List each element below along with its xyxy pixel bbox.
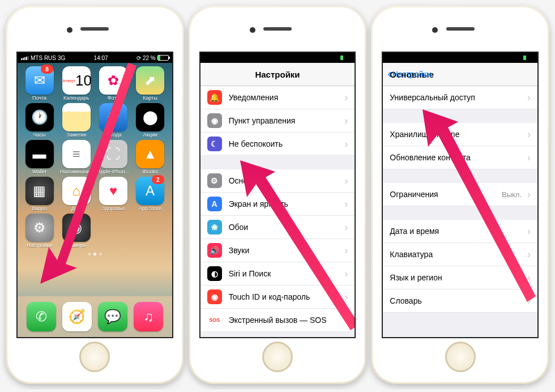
row-icon: 🔊 xyxy=(207,243,222,258)
row-icon: 🔔 xyxy=(207,90,222,105)
nav-bar: Настройки xyxy=(200,63,355,86)
row-Touch ID и код-пароль[interactable]: ◉Touch ID и код-пароль xyxy=(200,286,355,309)
app-Почта[interactable]: ✉8Почта xyxy=(23,66,56,101)
row-Универсальный доступ[interactable]: Универсальный доступ xyxy=(383,86,537,109)
app-Камера[interactable]: ◉Камера xyxy=(60,214,92,248)
home-button[interactable] xyxy=(262,342,293,372)
dock-Сообщения[interactable]: 💬 xyxy=(98,302,127,331)
app-Здоровье[interactable]: ♥Здоровье xyxy=(97,177,130,211)
row-Хранилище iPhone[interactable]: Хранилище iPhone xyxy=(383,123,537,146)
row-Язык и регион[interactable]: Язык и регион xyxy=(383,266,537,289)
row-icon: ☾ xyxy=(207,137,222,151)
app-Погода[interactable]: ☀Погода xyxy=(97,103,130,138)
clock: 14:07 xyxy=(94,55,108,61)
page-title: Настройки xyxy=(255,70,300,79)
row-icon: ❀ xyxy=(207,220,222,235)
row-icon: ◐ xyxy=(207,266,222,281)
app-Видео[interactable]: ▦Видео xyxy=(23,177,56,211)
app-Акции[interactable]: ⬤Акции xyxy=(134,103,166,138)
battery-pct: 22 % xyxy=(143,55,156,61)
carrier: MTS RUS xyxy=(31,55,56,61)
row-Дата и время[interactable]: Дата и время xyxy=(383,220,537,243)
row-Обои[interactable]: ❀Обои xyxy=(200,216,355,239)
app-Фото[interactable]: ✿Фото xyxy=(97,66,130,101)
row-Обновление контента[interactable]: Обновление контента xyxy=(383,146,537,169)
row-Уведомления[interactable]: 🔔Уведомления xyxy=(200,86,355,109)
row-Не беспокоить[interactable]: ☾Не беспокоить xyxy=(200,133,355,156)
row-icon: ⚙ xyxy=(207,173,222,188)
row-Пункт управления[interactable]: ◉Пункт управления xyxy=(200,109,355,133)
row-icon: SOS xyxy=(207,313,222,327)
app-Apple-iPhon...[interactable]: ⛶Apple-iPhon... xyxy=(97,140,130,174)
app-Заметки[interactable]: Заметки xyxy=(60,103,92,138)
row-icon: ◉ xyxy=(207,113,222,128)
app-App Store[interactable]: A2App Store xyxy=(134,177,166,211)
badge: 8 xyxy=(41,65,53,74)
row-Звуки[interactable]: 🔊Звуки xyxy=(200,239,355,262)
app-Wallet[interactable]: ▬Wallet xyxy=(23,140,56,174)
app-Календарь[interactable]: Четверг10Календарь xyxy=(60,66,92,101)
phone-2: MTS RUS3G14:07⟳22 % Настройки 🔔Уведомлен… xyxy=(189,6,367,384)
row-Экстренный вызов — SOS[interactable]: SOSЭкстренный вызов — SOS xyxy=(200,309,355,332)
row-icon: ◉ xyxy=(207,289,222,304)
badge: 2 xyxy=(152,175,164,184)
app-Напоминания[interactable]: ≡Напоминания xyxy=(60,140,92,174)
row-icon: A xyxy=(207,197,222,211)
phone-1: MTS RUS3G14:07⟳22 % ✉8ПочтаЧетверг10Кале… xyxy=(6,6,184,384)
dock-Музыка[interactable]: ♫ xyxy=(134,302,163,331)
row-Словарь[interactable]: Словарь xyxy=(383,289,537,313)
app-iBooks[interactable]: ▲iBooks xyxy=(134,140,166,174)
home-button[interactable] xyxy=(79,342,110,372)
back-button[interactable]: Настройки xyxy=(387,70,431,79)
row-Siri и Поиск[interactable]: ◐Siri и Поиск xyxy=(200,262,355,286)
dock-Телефон[interactable]: ✆ xyxy=(27,302,56,331)
row-Ограничения[interactable]: ОграниченияВыкл. xyxy=(383,183,537,206)
app-Часы[interactable]: 🕐Часы xyxy=(23,103,56,138)
network: 3G xyxy=(58,55,65,61)
app-Карты[interactable]: ⬈Карты xyxy=(134,66,166,101)
phone-3: MTS RUS3G14:07⟳22 % Настройки Основные У… xyxy=(371,6,549,384)
app-Дом[interactable]: ⌂Дом xyxy=(60,177,92,211)
dock-Safari[interactable]: 🧭 xyxy=(62,302,92,331)
app-Настройки[interactable]: ⚙Настройки xyxy=(23,214,56,248)
home-screen: MTS RUS3G14:07⟳22 % ✉8ПочтаЧетверг10Кале… xyxy=(16,52,173,338)
nav-bar: Настройки Основные xyxy=(383,63,537,86)
row-Клавиатура[interactable]: Клавиатура xyxy=(383,243,537,266)
row-Основные[interactable]: ⚙Основные xyxy=(200,169,355,193)
home-button[interactable] xyxy=(445,342,476,372)
row-Экран и яркость[interactable]: AЭкран и яркость xyxy=(200,193,355,216)
